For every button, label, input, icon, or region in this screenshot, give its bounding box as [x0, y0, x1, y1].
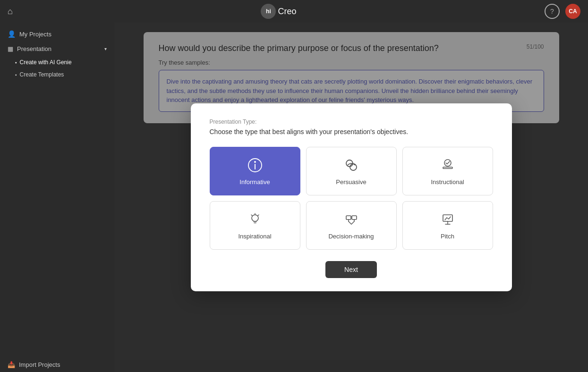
home-icon[interactable]: ⌂: [8, 7, 13, 17]
presentation-icon: ▦: [8, 45, 13, 52]
person-icon: 👤: [8, 30, 16, 38]
inspirational-label: Inspirational: [238, 233, 271, 240]
pitch-label: Pitch: [441, 233, 454, 240]
type-grid: Informative Persuasive: [210, 147, 493, 250]
content-area: How would you describe the primary purpo…: [114, 23, 588, 372]
sidebar-item-create-templates[interactable]: Create Templates: [0, 68, 114, 81]
pitch-icon: [439, 211, 456, 228]
type-card-decision-making[interactable]: Decision-making: [306, 201, 397, 250]
next-button[interactable]: Next: [325, 261, 377, 278]
chevron-down-icon: ▾: [104, 46, 107, 51]
sidebar-item-presentation[interactable]: ▦ Presentation ▾: [0, 42, 114, 56]
type-card-pitch[interactable]: Pitch: [402, 201, 493, 250]
modal-footer: Next: [210, 261, 493, 278]
svg-point-4: [350, 164, 357, 170]
informative-label: Informative: [239, 178, 270, 186]
type-card-inspirational[interactable]: Inspirational: [210, 201, 300, 250]
modal-subtitle: Choose the type that best aligns with yo…: [210, 128, 493, 135]
avatar[interactable]: CA: [565, 4, 580, 19]
instructional-label: Instructional: [431, 178, 464, 186]
sidebar-item-import-projects[interactable]: 📥 Import Projects: [0, 357, 114, 372]
instructional-icon: [439, 157, 456, 174]
modal-overlay: Presentation Type: Choose the type that …: [114, 23, 588, 372]
svg-point-2: [254, 161, 256, 163]
decision-making-label: Decision-making: [328, 233, 374, 240]
type-card-persuasive[interactable]: Persuasive: [306, 147, 397, 195]
topbar-right: ? CA: [545, 4, 580, 19]
svg-point-7: [252, 215, 258, 221]
svg-rect-5: [443, 167, 452, 169]
main-layout: 👤 My Projects ▦ Presentation ▾ Create wi…: [0, 23, 588, 372]
type-card-informative[interactable]: Informative: [210, 147, 300, 195]
sidebar-item-create-ai[interactable]: Create with AI Genie: [0, 56, 114, 68]
inspirational-icon: [247, 211, 264, 228]
type-card-instructional[interactable]: Instructional: [402, 147, 493, 195]
svg-line-10: [251, 215, 252, 216]
persuasive-icon: [343, 157, 360, 174]
informative-icon: [247, 157, 264, 174]
topbar: ⌂ hi Creo ? CA: [0, 0, 588, 23]
logo-circle: hi: [261, 4, 276, 19]
svg-rect-12: [352, 216, 357, 220]
app-name: Creo: [278, 7, 296, 17]
svg-line-9: [258, 215, 259, 216]
topbar-center: hi Creo: [261, 4, 296, 19]
sidebar-item-my-projects[interactable]: 👤 My Projects: [0, 26, 114, 42]
help-button[interactable]: ?: [545, 4, 560, 19]
presentation-type-modal: Presentation Type: Choose the type that …: [191, 103, 512, 291]
decision-making-icon: [343, 211, 360, 228]
import-icon: 📥: [8, 361, 15, 368]
persuasive-label: Persuasive: [336, 178, 366, 186]
svg-rect-11: [346, 216, 351, 220]
sidebar: 👤 My Projects ▦ Presentation ▾ Create wi…: [0, 23, 114, 372]
modal-label: Presentation Type:: [210, 118, 493, 125]
